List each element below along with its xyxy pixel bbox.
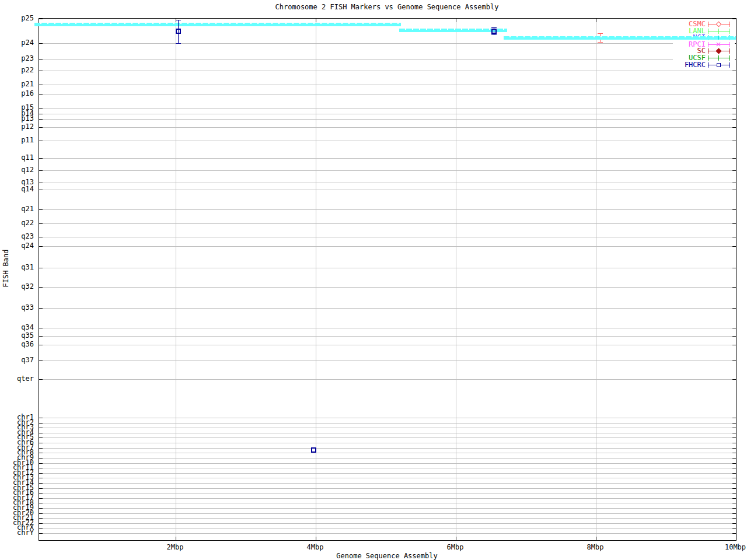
y-tick-mark-mirror (732, 94, 736, 94)
gridline-horizontal (39, 328, 736, 328)
y-tick-label: p22 (0, 66, 34, 74)
y-tick-mark-mirror (732, 443, 736, 443)
gridline-horizontal (39, 223, 736, 224)
legend-sample-cap (708, 22, 708, 27)
y-tick-mark-mirror (732, 523, 736, 524)
y-tick-label: q31 (0, 264, 34, 271)
data-bar-nci (504, 36, 736, 40)
y-tick-mark (39, 209, 43, 210)
y-tick-mark (39, 513, 43, 514)
y-tick-mark-mirror (732, 433, 736, 433)
y-tick-mark-mirror (732, 418, 736, 418)
legend-label: FHCRC (671, 61, 706, 68)
gridline-horizontal (39, 141, 736, 141)
y-tick-label: q21 (0, 205, 34, 212)
gridline-horizontal (39, 237, 736, 237)
y-tick-mark-mirror (732, 360, 736, 361)
y-tick-mark (39, 85, 43, 85)
y-tick-mark (39, 345, 43, 345)
y-tick-mark (39, 428, 43, 428)
y-tick-mark (39, 114, 43, 114)
y-tick-label: p25 (0, 15, 34, 22)
plus-marker-icon (717, 31, 721, 32)
y-tick-mark (39, 59, 43, 60)
x-tick-label: 4Mbp (294, 544, 336, 551)
gridline-horizontal (39, 523, 736, 524)
y-tick-mark-mirror (732, 423, 736, 424)
y-tick-mark-mirror (732, 209, 736, 210)
y-tick-mark (39, 443, 43, 443)
y-tick-label: q24 (0, 242, 34, 249)
y-tick-mark-mirror (732, 448, 736, 449)
y-tick-mark (39, 533, 43, 534)
y-tick-mark-mirror (732, 158, 736, 159)
fhcrc-data-point (491, 29, 497, 34)
y-tick-mark-mirror (732, 237, 736, 237)
y-tick-mark-mirror (732, 345, 736, 345)
legend-sample-cap (708, 62, 708, 68)
x-tick-mark-mirror (736, 19, 736, 22)
y-tick-label: q11 (0, 154, 34, 161)
gridline-horizontal (39, 246, 736, 247)
gridline-horizontal (39, 71, 736, 71)
fhcrc-data-point (311, 447, 316, 453)
y-tick-label: p13 (0, 115, 34, 122)
y-tick-mark (39, 518, 43, 519)
gridline-horizontal (39, 493, 736, 494)
x-tick-mark (596, 537, 596, 540)
fish-chart: Chromosome 2 FISH Markers vs Genome Sequ… (0, 0, 747, 560)
gridline-horizontal (39, 488, 736, 489)
gridline-horizontal (39, 209, 736, 210)
y-tick-mark-mirror (732, 468, 736, 468)
gridline-horizontal (39, 513, 736, 514)
gridline-horizontal (39, 503, 736, 503)
y-tick-mark-mirror (732, 453, 736, 453)
y-tick-mark (39, 170, 43, 171)
gridline-horizontal (39, 498, 736, 499)
y-tick-mark (39, 528, 43, 528)
legend-sample-cap (729, 22, 730, 27)
gridline-horizontal (39, 360, 736, 361)
y-tick-mark-mirror (732, 183, 736, 183)
gridline-horizontal (39, 458, 736, 459)
y-tick-label: qter (0, 375, 34, 382)
gridline-horizontal (39, 533, 736, 534)
y-tick-mark-mirror (732, 246, 736, 247)
y-tick-label: q23 (0, 233, 34, 240)
csmc-errorbar-cap (598, 33, 603, 34)
y-tick-mark-mirror (732, 336, 736, 337)
y-tick-mark (39, 328, 43, 328)
y-tick-mark-mirror (732, 428, 736, 428)
csmc-errorbar-cap (598, 42, 603, 43)
y-tick-mark-mirror (732, 493, 736, 494)
y-tick-mark-mirror (732, 108, 736, 108)
y-tick-mark-mirror (732, 71, 736, 71)
x-tick-label: 6Mbp (434, 544, 476, 551)
fhcrc-errorbar-cap (491, 27, 497, 28)
x-tick-label: 8Mbp (574, 544, 616, 551)
plus-marker-icon (717, 58, 721, 58)
y-tick-label: q35 (0, 332, 34, 339)
y-tick-mark-mirror (732, 141, 736, 141)
gridline-horizontal (39, 463, 736, 464)
y-tick-mark-mirror (732, 223, 736, 224)
fhcrc-errorbar-cap (176, 43, 181, 44)
gridline-horizontal (39, 418, 736, 418)
y-tick-label: chrY (0, 529, 34, 536)
y-tick-mark-mirror (732, 170, 736, 171)
y-tick-mark-mirror (732, 119, 736, 120)
y-tick-mark (39, 493, 43, 494)
y-tick-mark (39, 43, 43, 44)
gridline-vertical (596, 19, 596, 540)
y-tick-mark (39, 19, 43, 19)
gridline-horizontal (39, 43, 736, 44)
legend-sample-cap (708, 55, 708, 61)
y-tick-label: q12 (0, 166, 34, 173)
gridline-horizontal (39, 528, 736, 528)
y-tick-label: p12 (0, 123, 34, 130)
y-tick-mark-mirror (732, 190, 736, 190)
legend-sample-cap (729, 62, 730, 68)
gridline-horizontal (39, 345, 736, 345)
legend-sample-cap (708, 29, 708, 34)
y-tick-mark-mirror (732, 308, 736, 309)
